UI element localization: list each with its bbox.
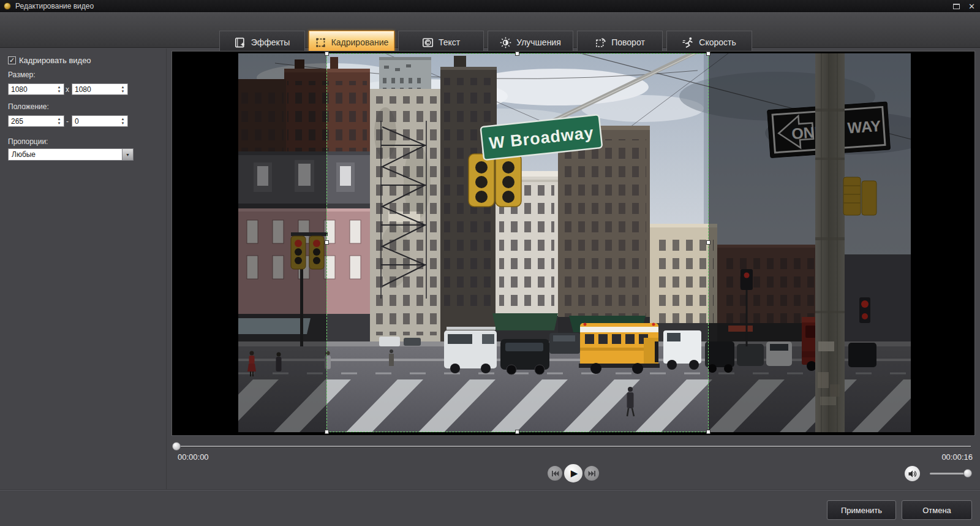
- position-y-value: 0: [75, 117, 79, 126]
- check-icon: ✓: [9, 56, 15, 64]
- skip-end-icon: [588, 470, 596, 477]
- timeline-bar: 00:00:00 00:00:16 ▶: [172, 436, 975, 489]
- text-icon: [422, 37, 434, 48]
- crop-dim-right: [709, 51, 974, 435]
- position-x-input[interactable]: 265 ▲▼: [8, 115, 64, 127]
- crop-dim-left: [172, 51, 326, 435]
- spinner-up-icon[interactable]: ▲: [58, 117, 61, 121]
- crop-handle-top-right[interactable]: [706, 51, 710, 56]
- apply-button[interactable]: Применить: [827, 500, 896, 520]
- tab-label: Улучшения: [516, 37, 561, 47]
- position-y-input[interactable]: 0 ▲▼: [72, 115, 128, 127]
- spinner-up-icon[interactable]: ▲: [58, 85, 61, 90]
- app-icon: [4, 2, 11, 10]
- size-separator: x: [66, 85, 69, 94]
- skip-to-end-button[interactable]: [584, 466, 599, 481]
- proportions-label: Пропорции:: [8, 137, 48, 146]
- crop-handle-bottom-left[interactable]: [325, 430, 329, 434]
- current-time: 00:00:00: [178, 452, 209, 462]
- crop-video-checkbox-label: Кадрировать видео: [19, 56, 91, 65]
- position-label: Положение:: [8, 102, 49, 111]
- spinner-down-icon[interactable]: ▼: [121, 90, 125, 94]
- proportions-value: Любые: [12, 150, 36, 159]
- crop-handle-bottom-middle[interactable]: [515, 430, 519, 434]
- crop-selection-box[interactable]: [326, 53, 709, 432]
- chevron-down-icon[interactable]: ▼: [122, 149, 133, 160]
- tab-label: Скорость: [699, 37, 736, 47]
- spinner-down-icon[interactable]: ▼: [58, 121, 61, 126]
- crop-video-checkbox[interactable]: ✓: [8, 56, 16, 64]
- tab-label: Поворот: [611, 37, 645, 47]
- crop-handle-top-left[interactable]: [325, 51, 329, 56]
- total-time: 00:00:16: [941, 452, 973, 462]
- tab-label: Эффекты: [251, 37, 290, 47]
- skip-to-start-button[interactable]: [548, 466, 562, 481]
- position-x-value: 265: [11, 117, 23, 126]
- crop-handle-top-middle[interactable]: [515, 51, 519, 56]
- title-bar: Редактирование видео ✕: [0, 0, 980, 12]
- play-icon: ▶: [571, 468, 578, 479]
- effects-icon: [235, 37, 246, 48]
- volume-button[interactable]: [905, 466, 920, 481]
- crop-handle-middle-left[interactable]: [325, 240, 329, 245]
- video-editor-window: Редактирование видео ✕ Эффекты Кадрирова…: [0, 0, 980, 526]
- size-label: Размер:: [8, 71, 36, 79]
- seek-track[interactable]: [176, 446, 971, 447]
- spinner-down-icon[interactable]: ▼: [121, 121, 125, 126]
- crop-handle-middle-right[interactable]: [706, 240, 710, 245]
- size-width-value: 1080: [11, 85, 28, 94]
- runner-speed-icon: [682, 37, 694, 48]
- skip-start-icon: [551, 470, 559, 477]
- close-window-button[interactable]: ✕: [968, 2, 975, 10]
- cancel-button[interactable]: Отмена: [902, 500, 972, 520]
- video-preview-panel: W Broadway ONE WAY: [172, 51, 975, 436]
- window-title: Редактирование видео: [15, 2, 94, 10]
- spinner-up-icon[interactable]: ▲: [121, 85, 125, 90]
- play-button[interactable]: ▶: [564, 464, 582, 482]
- size-height-value: 1080: [75, 85, 91, 94]
- mode-toolbar: Эффекты Кадрирование Текст Улучшения Пов…: [0, 12, 980, 48]
- position-separator: -: [66, 117, 69, 126]
- tab-label: Текст: [439, 37, 460, 47]
- volume-handle[interactable]: [963, 469, 972, 478]
- footer-divider: [0, 489, 980, 490]
- spinner-down-icon[interactable]: ▼: [58, 90, 61, 94]
- speaker-icon: [908, 470, 917, 478]
- sun-brightness-icon: [500, 37, 511, 48]
- crop-icon: [315, 37, 326, 48]
- proportions-dropdown[interactable]: Любые ▼: [8, 148, 134, 161]
- spinner-up-icon[interactable]: ▲: [121, 117, 125, 121]
- seek-handle[interactable]: [172, 442, 181, 451]
- size-height-input[interactable]: 1080 ▲▼: [72, 83, 128, 95]
- rotate-icon: [595, 37, 606, 48]
- crop-handle-bottom-right[interactable]: [706, 430, 710, 434]
- size-width-input[interactable]: 1080 ▲▼: [8, 83, 64, 95]
- tab-label: Кадрирование: [331, 37, 389, 47]
- restore-window-button[interactable]: [953, 4, 960, 9]
- sidebar-divider: [166, 48, 167, 489]
